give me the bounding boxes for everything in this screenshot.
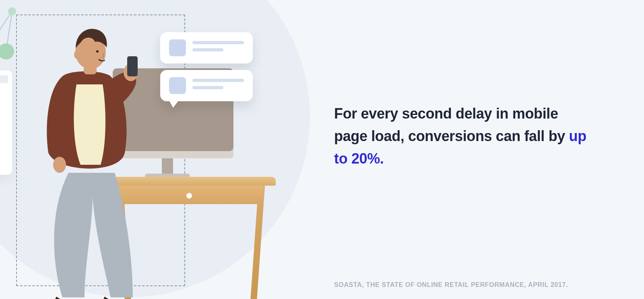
bubble-thumbnail <box>169 39 186 56</box>
person-illustration <box>24 24 169 299</box>
bubble-lines <box>192 77 244 93</box>
chat-bubble-icon <box>160 32 253 63</box>
svg-point-11 <box>96 50 99 53</box>
headline-prefix: For every second delay in mobile page lo… <box>334 105 569 144</box>
svg-point-10 <box>74 50 80 59</box>
svg-point-7 <box>53 157 66 173</box>
chat-bubble-icon <box>160 70 253 101</box>
bubble-thumbnail <box>169 77 186 94</box>
headline-block: For every second delay in mobile page lo… <box>334 102 592 170</box>
desk-drawer-knob <box>186 193 192 199</box>
attribution-text: SOASTA, THE STATE OF ONLINE RETAIL PERFO… <box>334 281 568 289</box>
bubble-lines <box>192 39 244 55</box>
svg-rect-6 <box>127 56 138 76</box>
headline-text: For every second delay in mobile page lo… <box>334 102 592 170</box>
